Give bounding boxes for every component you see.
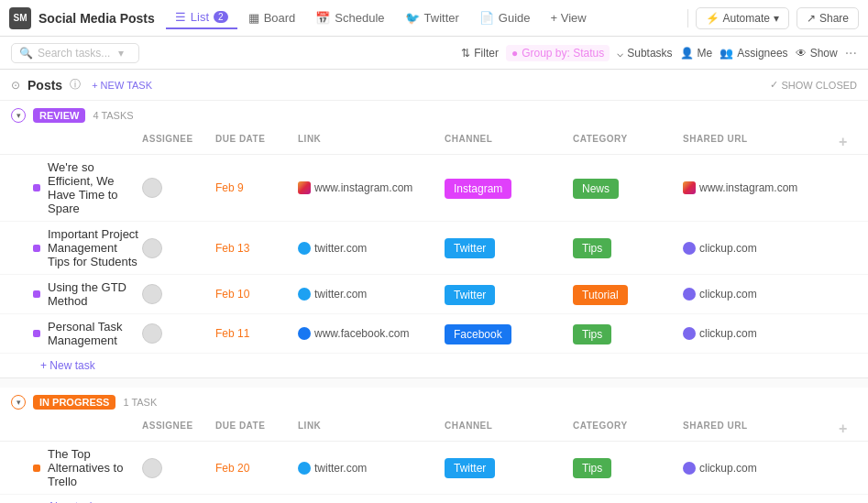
inprogress-toggle[interactable]: ▾ <box>11 395 26 410</box>
inprogress-badge[interactable]: IN PROGRESS <box>33 395 115 410</box>
channel-badge[interactable]: Instagram <box>445 179 511 199</box>
board-icon: ▦ <box>248 11 259 25</box>
review-table-header: ASSIGNEE DUE DATE LINK CHANNEL CATEGORY … <box>0 130 868 155</box>
link-icon <box>683 288 696 301</box>
group-by-button[interactable]: ● Group by: Status <box>506 45 610 61</box>
nav-tabs: ☰ List 2 ▦ Board 📅 Schedule 🐦 Twitter 📄 … <box>166 6 596 29</box>
task-name[interactable]: Important Project Management Tips for St… <box>48 227 142 268</box>
due-date: Feb 20 <box>215 462 298 475</box>
task-dot <box>33 330 40 337</box>
table-row: Important Project Management Tips for St… <box>0 222 868 275</box>
calendar-icon: 📅 <box>315 11 330 25</box>
table-row: Personal Task Management Feb 11 www.face… <box>0 314 868 354</box>
tab-list[interactable]: ☰ List 2 <box>166 6 237 29</box>
channel-badge[interactable]: Twitter <box>445 458 495 478</box>
posts-new-task-button[interactable]: + NEW TASK <box>92 80 152 91</box>
link-icon <box>683 242 696 255</box>
inprogress-add-column-button[interactable]: + <box>830 421 857 437</box>
show-closed-button[interactable]: ✓ SHOW CLOSED <box>770 79 857 91</box>
task-dot <box>33 184 40 191</box>
channel-badge[interactable]: Facebook <box>445 324 511 344</box>
tab-guide[interactable]: 📄 Guide <box>470 7 540 28</box>
due-date: Feb 13 <box>215 242 298 255</box>
due-date: Feb 10 <box>215 288 298 301</box>
shared-url: www.instagram.com <box>683 181 830 194</box>
top-nav: SM Social Media Posts ☰ List 2 ▦ Board 📅… <box>0 0 868 37</box>
me-button[interactable]: 👤 Me <box>680 47 713 60</box>
table-row: The Top Alternatives to Trello Feb 20 tw… <box>0 442 868 495</box>
twitter-icon <box>298 288 311 301</box>
facebook-icon <box>298 327 311 340</box>
show-button[interactable]: 👁 Show <box>796 47 838 60</box>
assignees-button[interactable]: 👥 Assignees <box>720 47 787 60</box>
channel-badge[interactable]: Twitter <box>445 238 495 258</box>
review-toggle[interactable]: ▾ <box>11 108 26 123</box>
chevron-down-icon: ▾ <box>118 47 124 60</box>
instagram-icon <box>683 181 696 194</box>
shared-url: clickup.com <box>683 327 830 340</box>
tab-board[interactable]: ▦ Board <box>239 7 305 28</box>
link-cell[interactable]: www.facebook.com <box>298 327 445 340</box>
inprogress-section: ▾ IN PROGRESS 1 TASK ASSIGNEE DUE DATE L… <box>0 388 868 503</box>
category-badge[interactable]: Tips <box>573 324 611 344</box>
task-dot <box>33 290 40 298</box>
list-icon: ☰ <box>175 10 186 24</box>
add-view-button[interactable]: + View <box>542 7 596 28</box>
tab-schedule[interactable]: 📅 Schedule <box>306 7 393 28</box>
chevron-down-icon: ▾ <box>774 12 779 25</box>
shared-url: clickup.com <box>683 288 830 301</box>
me-icon: 👤 <box>680 47 694 60</box>
category-badge[interactable]: Tutorial <box>573 285 628 305</box>
search-input[interactable]: 🔍 Search tasks... ▾ <box>11 43 139 63</box>
task-dot <box>33 465 40 472</box>
automate-button[interactable]: ⚡ Automate ▾ <box>696 7 789 29</box>
category-badge[interactable]: Tips <box>573 458 611 478</box>
more-options-button[interactable]: ··· <box>845 45 857 61</box>
link-cell[interactable]: twitter.com <box>298 242 445 255</box>
checkmark-icon: ✓ <box>770 79 778 91</box>
link-icon <box>683 327 696 340</box>
inprogress-add-task-button[interactable]: + New task <box>0 495 868 503</box>
workspace-icon[interactable]: SM <box>9 7 31 29</box>
link-cell[interactable]: twitter.com <box>298 288 445 301</box>
category-badge[interactable]: News <box>573 179 619 199</box>
posts-toggle[interactable]: ⊙ <box>11 79 20 92</box>
toolbar-right: ⇅ Filter ● Group by: Status ⌵ Subtasks 👤… <box>461 45 857 61</box>
posts-header: ⊙ Posts ⓘ + NEW TASK ✓ SHOW CLOSED <box>0 70 868 101</box>
task-name[interactable]: Using the GTD Method <box>48 280 142 308</box>
avatar <box>142 178 162 198</box>
filter-button[interactable]: ⇅ Filter <box>461 47 499 60</box>
doc-icon: 📄 <box>479 11 494 25</box>
inprogress-task-count: 1 TASK <box>123 397 157 408</box>
review-badge[interactable]: REVIEW <box>33 108 85 123</box>
link-cell[interactable]: www.instagram.com <box>298 181 445 194</box>
link-cell[interactable]: twitter.com <box>298 462 445 475</box>
posts-info-icon[interactable]: ⓘ <box>70 77 81 93</box>
table-row: We're so Efficient, We Have Time to Spar… <box>0 155 868 222</box>
inprogress-section-header: ▾ IN PROGRESS 1 TASK <box>0 388 868 417</box>
project-title: Social Media Posts <box>38 11 155 26</box>
task-name[interactable]: The Top Alternatives to Trello <box>48 447 142 488</box>
avatar <box>142 323 162 344</box>
table-row: Using the GTD Method Feb 10 twitter.com … <box>0 275 868 314</box>
filter-icon: ⇅ <box>461 47 470 60</box>
task-name[interactable]: Personal Task Management <box>48 320 142 347</box>
avatar <box>142 238 162 258</box>
avatar <box>142 458 162 478</box>
divider <box>687 9 688 27</box>
share-button[interactable]: ↗ Share <box>797 7 859 29</box>
nav-right: ⚡ Automate ▾ ↗ Share <box>687 7 859 29</box>
shared-url: clickup.com <box>683 242 830 255</box>
link-icon <box>683 462 696 475</box>
review-add-column-button[interactable]: + <box>830 134 857 150</box>
task-dot <box>33 245 40 252</box>
subtasks-icon: ⌵ <box>617 47 623 60</box>
task-name[interactable]: We're so Efficient, We Have Time to Spar… <box>48 160 142 215</box>
due-date: Feb 11 <box>215 327 298 340</box>
category-badge[interactable]: Tips <box>573 238 611 258</box>
share-icon: ↗ <box>807 12 816 25</box>
subtasks-button[interactable]: ⌵ Subtasks <box>617 47 672 60</box>
channel-badge[interactable]: Twitter <box>445 285 495 305</box>
review-add-task-button[interactable]: + New task <box>0 354 868 377</box>
tab-twitter[interactable]: 🐦 Twitter <box>396 7 468 28</box>
